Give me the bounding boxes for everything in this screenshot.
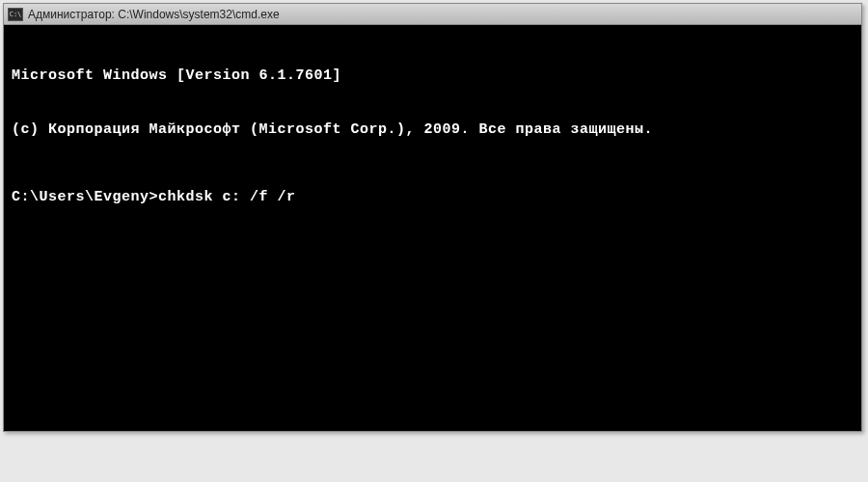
cmd-window: C:\ Администратор: C:\Windows\system32\c… <box>3 3 862 432</box>
window-title: Администратор: C:\Windows\system32\cmd.e… <box>28 8 280 21</box>
version-line: Microsoft Windows [Version 6.1.7601] <box>12 67 854 86</box>
cmd-icon: C:\ <box>8 8 23 21</box>
prompt-line: C:\Users\Evgeny>chkdsk c: /f /r <box>12 189 854 207</box>
copyright-line: (c) Корпорация Майкрософт (Microsoft Cor… <box>12 121 854 140</box>
command-text: chkdsk c: /f /r <box>158 189 296 205</box>
prompt-text: C:\Users\Evgeny> <box>12 189 158 205</box>
titlebar[interactable]: C:\ Администратор: C:\Windows\system32\c… <box>4 4 861 25</box>
console-output[interactable]: Microsoft Windows [Version 6.1.7601] (c)… <box>4 25 861 431</box>
